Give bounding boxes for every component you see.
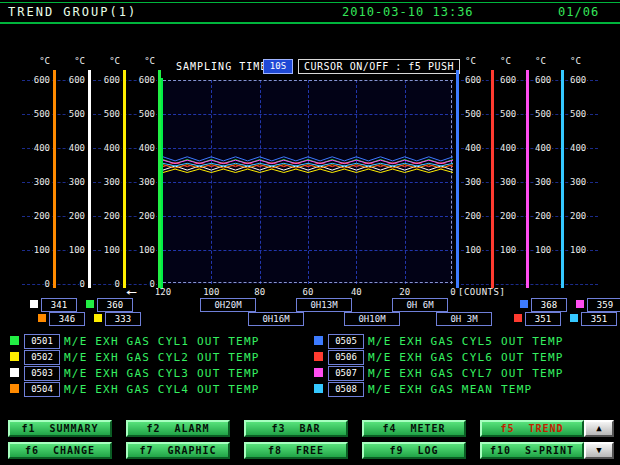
legend-channel-id: 0503: [24, 366, 60, 381]
x-axis-tick-label: 80: [246, 287, 274, 297]
axis-tick-label: 100: [33, 245, 51, 256]
fkey-f6[interactable]: f6 CHANGE: [8, 442, 112, 459]
axis-tick-label: 100: [68, 245, 86, 256]
axis-tick-label: 400: [569, 143, 587, 154]
x-axis-tick-label: 20: [391, 287, 419, 297]
x-axis-unit-label: [COUNTS]: [458, 287, 505, 297]
current-value-0507: 359: [587, 298, 620, 312]
legend-label: M/E EXH GAS CYL1 OUT TEMP: [64, 335, 260, 348]
axis-tick-label: 200: [569, 211, 587, 222]
axis-tick-label: 500: [68, 109, 86, 120]
axis-unit-label: °C: [534, 56, 547, 66]
value-color-square: [94, 314, 102, 322]
axis-tick-label: 300: [569, 177, 587, 188]
axis-tick-label: 200: [138, 211, 156, 222]
legend-color-square: [10, 336, 19, 345]
axis-unit-label: °C: [38, 56, 51, 66]
legend-channel-id: 0508: [328, 382, 364, 397]
axis-tick-label: 300: [33, 177, 51, 188]
legend-channel-id: 0501: [24, 334, 60, 349]
legend-color-square: [314, 336, 323, 345]
fkey-f9[interactable]: f9 LOG: [362, 442, 466, 459]
current-value-0508: 351: [581, 312, 617, 326]
value-color-square: [514, 314, 522, 322]
value-color-square: [576, 300, 584, 308]
axis-tick-label: 400: [534, 143, 552, 154]
axis-tick-label: 600: [138, 75, 156, 86]
header-divider-line: [0, 22, 620, 24]
fkey-f10[interactable]: f10 S-PRINT: [480, 442, 584, 459]
axis-tick-label: 200: [534, 211, 552, 222]
axis-tick-label: 300: [138, 177, 156, 188]
fkey-f8[interactable]: f8 FREE: [244, 442, 348, 459]
y-axis-left-4: °C6005004003002001000: [127, 56, 161, 296]
sampling-time-label: SAMPLING TIME: [176, 61, 267, 72]
time-mark-box: 0H20M: [200, 298, 256, 312]
x-axis-tick-label: 60: [294, 287, 322, 297]
axis-tick-label: 300: [499, 177, 517, 188]
time-mark-box: 0H 6M: [392, 298, 448, 312]
y-axis-right-1: °C600500400300200100: [456, 56, 490, 296]
axis-tick-label: 600: [33, 75, 51, 86]
y-axis-left-1: °C6005004003002001000: [22, 56, 56, 296]
axis-tick-label: 100: [103, 245, 121, 256]
y-axis-left-2: °C6005004003002001000: [57, 56, 91, 296]
fkey-f2[interactable]: f2 ALARM: [126, 420, 230, 437]
time-mark-box: 0H 3M: [436, 312, 492, 326]
axis-tick-label: 500: [464, 109, 482, 120]
trend-traces: [163, 80, 453, 284]
fkey-f1[interactable]: f1 SUMMARY: [8, 420, 112, 437]
axis-unit-label: °C: [464, 56, 477, 66]
cursor-hint-box: CURSOR ON/OFF : f5 PUSH: [298, 59, 460, 74]
axis-tick-label: 100: [499, 245, 517, 256]
axis-tick-label: 200: [464, 211, 482, 222]
value-color-square: [86, 300, 94, 308]
y-axis-right-3: °C600500400300200100: [526, 56, 560, 296]
legend-label: M/E EXH GAS CYL2 OUT TEMP: [64, 351, 260, 364]
current-value-0505: 368: [531, 298, 567, 312]
page-title: TREND GROUP(1): [8, 5, 137, 19]
time-mark-box: 0H13M: [296, 298, 352, 312]
value-color-square: [30, 300, 38, 308]
legend-color-square: [10, 368, 19, 377]
axis-tick-label: 500: [138, 109, 156, 120]
axis-tick-label: 500: [569, 109, 587, 120]
scroll-left-arrow-icon: ←: [126, 285, 137, 299]
axis-color-bar: [561, 70, 564, 288]
axis-tick-label: 200: [103, 211, 121, 222]
axis-tick-label: 100: [534, 245, 552, 256]
axis-tick-label: 300: [103, 177, 121, 188]
axis-tick-label: 300: [534, 177, 552, 188]
axis-unit-label: °C: [143, 56, 156, 66]
page-up-button[interactable]: ▲: [584, 420, 614, 437]
axis-unit-label: °C: [499, 56, 512, 66]
fkey-f5[interactable]: f5 TREND: [480, 420, 584, 437]
axis-color-bar: [123, 70, 126, 288]
axis-tick-label: 100: [138, 245, 156, 256]
legend-color-square: [314, 384, 323, 393]
axis-tick-label: 200: [68, 211, 86, 222]
legend-channel-id: 0505: [328, 334, 364, 349]
fkey-f4[interactable]: f4 METER: [362, 420, 466, 437]
axis-tick-label: 400: [103, 143, 121, 154]
legend-color-square: [314, 352, 323, 361]
fkey-f7[interactable]: f7 GRAPHIC: [126, 442, 230, 459]
axis-color-bar: [456, 70, 459, 288]
axis-tick-label: 200: [499, 211, 517, 222]
value-color-square: [38, 314, 46, 322]
sampling-time-value: 10S: [263, 59, 293, 74]
current-value-0501: 360: [97, 298, 133, 312]
fkey-f3[interactable]: f3 BAR: [244, 420, 348, 437]
axis-tick-label: 600: [68, 75, 86, 86]
axis-tick-label: 400: [464, 143, 482, 154]
page-down-button[interactable]: ▼: [584, 442, 614, 459]
legend-label: M/E EXH GAS CYL6 OUT TEMP: [368, 351, 564, 364]
axis-tick-label: 0: [79, 279, 86, 290]
axis-unit-label: °C: [569, 56, 582, 66]
axis-tick-label: 600: [103, 75, 121, 86]
legend-label: M/E EXH GAS MEAN TEMP: [368, 383, 532, 396]
axis-tick-label: 400: [138, 143, 156, 154]
x-axis-tick-label: 40: [342, 287, 370, 297]
left-y-axes: °C6005004003002001000°C60050040030020010…: [22, 56, 162, 296]
legend-label: M/E EXH GAS CYL3 OUT TEMP: [64, 367, 260, 380]
